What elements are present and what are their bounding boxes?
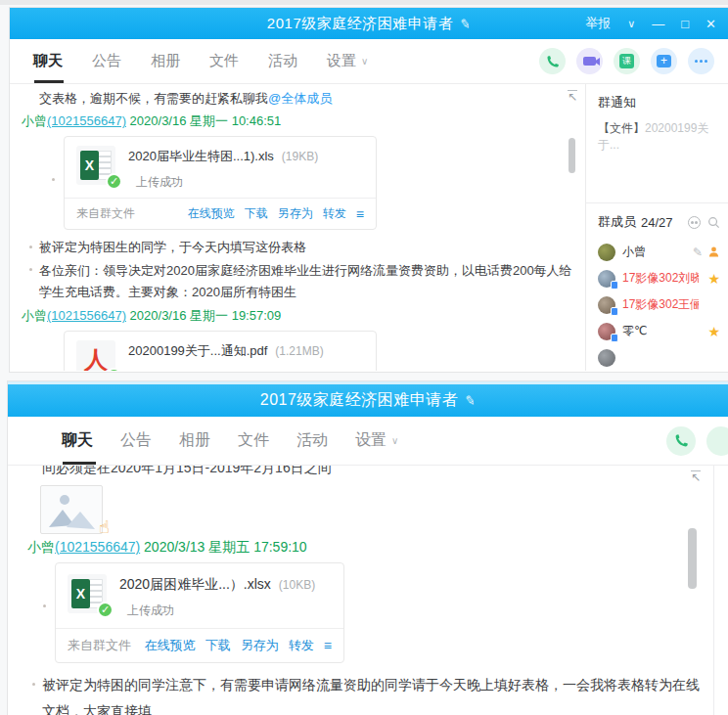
tab-files[interactable]: 文件 <box>238 417 269 465</box>
tab-announcement[interactable]: 公告 <box>120 417 152 465</box>
mobile-online-icon <box>611 334 618 342</box>
member-row[interactable]: 17影像302刘晓 ★ <box>598 265 720 291</box>
sidebar-divider <box>713 466 714 715</box>
tab-files[interactable]: 文件 <box>209 39 239 83</box>
voice-call-icon[interactable] <box>666 426 696 456</box>
chat-scrollbar[interactable] <box>569 138 575 173</box>
window-title: 2017级家庭经济困难申请者 <box>260 390 459 411</box>
anonymous-chat-icon[interactable] <box>688 216 701 229</box>
file-source-label: 来自群文件 <box>76 205 135 222</box>
desktop: 2017级家庭经济困难申请者 ✎ 举报 ∨ — □ ✕ 聊天 公告 相册 文件 … <box>0 0 728 715</box>
titlebar[interactable]: 2017级家庭经济困难申请者 ✎ <box>8 381 728 417</box>
video-call-icon[interactable] <box>706 426 728 456</box>
sender-name: 小曾 <box>22 113 47 128</box>
upload-status: 上传成功 <box>127 603 332 619</box>
chat-scrollbar[interactable] <box>688 528 697 589</box>
sender-name: 小曾 <box>27 539 55 555</box>
message-text: 各位亲们：领导决定对2020届家庭经济困难毕业生进行网络流量资费资助，以电话费2… <box>39 260 579 303</box>
download-link[interactable]: 下载 <box>245 205 268 222</box>
video-call-icon[interactable] <box>576 48 603 74</box>
sender-uin[interactable]: (1021556647) <box>47 113 126 128</box>
tab-album[interactable]: 相册 <box>179 417 210 465</box>
titlebar[interactable]: 2017级家庭经济困难申请者 ✎ 举报 ∨ — □ ✕ <box>10 8 728 39</box>
save-as-link[interactable]: 另存为 <box>278 205 313 222</box>
background-strip <box>0 0 728 5</box>
image-thumbnail[interactable]: ☝ <box>40 485 103 534</box>
preview-link[interactable]: 在线预览 <box>145 637 196 654</box>
download-link[interactable]: 下载 <box>205 637 231 654</box>
forward-link[interactable]: 转发 <box>323 205 346 222</box>
success-check-icon: ✓ <box>106 173 122 190</box>
group-chat-window-bottom: 2017级家庭经济困难申请者 ✎ 聊天 公告 相册 文件 活动 设置 ∨ <box>8 381 728 715</box>
tab-announcement[interactable]: 公告 <box>92 39 121 83</box>
sender-name: 小曾 <box>22 308 47 323</box>
excel-file-icon: X ✓ <box>76 146 115 185</box>
message-sender: 小曾(1021556647) 2020/3/13 星期五 17:59:10 <box>27 539 728 557</box>
group-sidebar: 群通知 【文件】20200199关于... 群成员 24/27 <box>585 84 728 371</box>
tab-activity[interactable]: 活动 <box>296 417 328 465</box>
sender-uin[interactable]: (1021556647) <box>55 539 140 555</box>
excel-file-icon: X ✓ <box>68 574 107 613</box>
group-notice-panel[interactable]: 群通知 【文件】20200199关于... <box>586 84 728 203</box>
group-chat-window-top: 2017级家庭经济困难申请者 ✎ 举报 ∨ — □ ✕ 聊天 公告 相册 文件 … <box>10 8 728 372</box>
member-avatar <box>598 244 615 261</box>
message-sender: 小曾(1021556647) 2020/3/16 星期一 19:57:09 <box>22 307 585 325</box>
file-card-pdf: 人 ✓ 20200199关于...通知.pdf(1.21MB) 转发成功 来自群… <box>64 331 377 371</box>
owner-person-icon <box>707 246 720 258</box>
sender-uin[interactable]: (1021556647) <box>47 308 126 323</box>
minimize-button[interactable]: — <box>652 17 664 31</box>
tab-settings[interactable]: 设置 ∨ <box>327 39 368 83</box>
group-notice-item[interactable]: 【文件】20200199关于... <box>598 120 720 154</box>
forward-link[interactable]: 转发 <box>289 637 314 654</box>
file-name[interactable]: 2020届毕业生特困...1).xls <box>128 149 274 163</box>
chevron-down-icon: ∨ <box>361 56 368 67</box>
mobile-online-icon <box>611 307 618 316</box>
preview-link[interactable]: 在线预览 <box>188 205 235 222</box>
file-size: (19KB) <box>282 150 318 163</box>
clipped-message-text: 间必须是在2020年1月15日-2019年2月16日之间 <box>42 466 649 478</box>
message-timestamp: 2020/3/13 星期五 17:59:10 <box>144 539 307 555</box>
skin-chevron-icon[interactable]: ∨ <box>627 18 635 30</box>
member-avatar <box>598 296 615 314</box>
save-as-link[interactable]: 另存为 <box>241 637 279 654</box>
rename-icon[interactable]: ✎ <box>459 16 472 32</box>
voice-call-icon[interactable] <box>539 48 566 74</box>
file-name[interactable]: 2020届困难毕业...）.xlsx <box>119 576 271 592</box>
file-card-xlsx: X ✓ 2020届困难毕业...）.xlsx(10KB) 上传成功 来自群文件 … <box>55 562 344 663</box>
tab-activity[interactable]: 活动 <box>268 39 297 83</box>
mention-all[interactable]: @全体成员 <box>268 91 332 106</box>
group-class-icon[interactable]: 课 <box>614 48 640 74</box>
member-row[interactable]: 小曾 ✎ <box>598 239 720 265</box>
member-avatar <box>598 270 615 288</box>
member-row[interactable] <box>598 344 720 371</box>
maximize-button[interactable]: □ <box>681 17 689 31</box>
member-list-panel: 群成员 24/27 小曾 ✎ <box>586 203 728 371</box>
upload-status: 上传成功 <box>136 174 364 191</box>
report-button[interactable]: 举报 <box>585 15 611 32</box>
rename-icon[interactable]: ✎ <box>464 392 477 409</box>
tab-settings[interactable]: 设置 ∨ <box>355 417 398 465</box>
chevron-down-icon: ∨ <box>391 435 398 446</box>
close-button[interactable]: ✕ <box>705 17 716 31</box>
launch-app-icon[interactable]: + <box>651 48 677 74</box>
member-row[interactable]: 17影像302王俪钦 <box>598 291 720 318</box>
more-icon[interactable] <box>688 48 714 74</box>
tab-chat[interactable]: 聊天 <box>33 39 63 83</box>
file-name[interactable]: 20200199关于...通知.pdf <box>128 343 267 358</box>
file-menu-icon[interactable]: ≡ <box>356 208 364 220</box>
search-members-icon[interactable] <box>707 216 720 229</box>
image-placeholder-icon <box>41 486 102 533</box>
window-title: 2017级家庭经济困难申请者 <box>267 15 453 33</box>
file-menu-icon[interactable]: ≡ <box>324 640 332 651</box>
success-check-icon: ✓ <box>106 368 122 371</box>
tab-chat[interactable]: 聊天 <box>62 417 93 465</box>
edit-card-icon[interactable]: ✎ <box>693 246 703 259</box>
member-row[interactable]: 零℃ ★ <box>598 318 720 344</box>
mobile-online-icon <box>611 281 618 290</box>
tab-album[interactable]: 相册 <box>151 39 180 83</box>
collapse-sidebar-icon[interactable]: ↖ <box>691 470 701 483</box>
success-check-icon: ✓ <box>97 602 114 618</box>
message-text: 交表格，逾期不候，有需要的赶紧私聊我@全体成员 <box>39 89 579 109</box>
chat-message-area: ↖ 交表格，逾期不候，有需要的赶紧私聊我@全体成员 小曾(1021556647)… <box>10 84 585 371</box>
group-notice-title: 群通知 <box>598 94 720 112</box>
